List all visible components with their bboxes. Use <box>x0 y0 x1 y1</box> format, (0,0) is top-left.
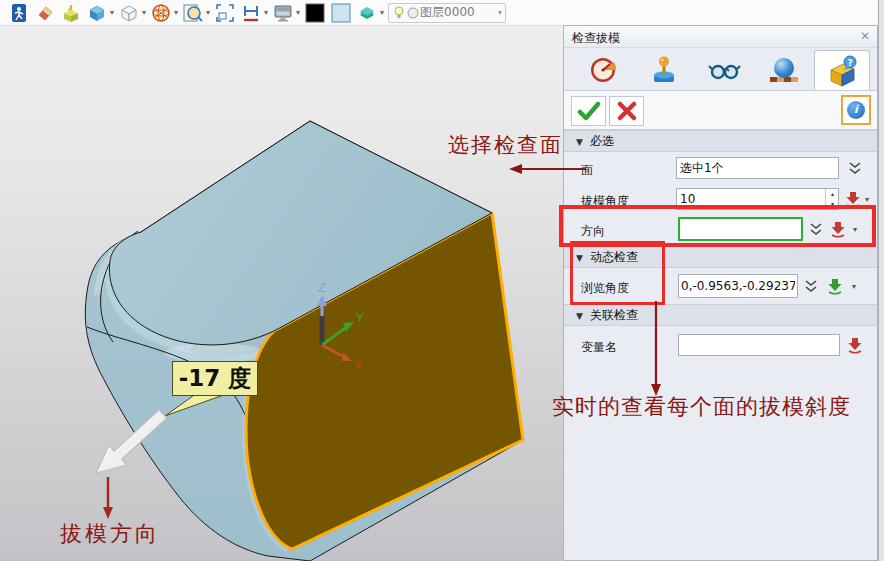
chevron-down-icon[interactable]: ▾ <box>498 8 502 17</box>
caret-icon[interactable]: ▾ <box>206 8 210 17</box>
section-associated[interactable]: ▼关联检查 <box>564 304 877 326</box>
caret-icon[interactable]: ▾ <box>110 8 114 17</box>
x-icon <box>616 100 638 122</box>
caret-icon[interactable]: ▾ <box>142 8 146 17</box>
direction-row: 方向 ▾ <box>564 215 877 245</box>
sphere-icon <box>768 54 800 86</box>
display-monitor-icon[interactable] <box>272 2 294 24</box>
browse-angle-label: 浏览角度 <box>581 280 629 297</box>
double-chevron-icon[interactable] <box>802 279 820 295</box>
angle-spinner[interactable]: ▴ ▾ <box>825 189 839 209</box>
caret-icon[interactable]: ▾ <box>174 8 178 17</box>
axis-z-label: Z <box>318 280 327 295</box>
collapse-icon: ▼ <box>576 253 583 263</box>
section-dynamic[interactable]: ▼动态检查 <box>564 246 877 268</box>
spinner-up-icon[interactable]: ▴ <box>826 189 839 199</box>
double-chevron-icon[interactable] <box>807 222 825 238</box>
angle-callout: -17 度 <box>172 361 258 396</box>
tab-gauge[interactable] <box>576 50 632 90</box>
tab-draft-check[interactable]: ? <box>814 50 870 90</box>
double-chevron-icon[interactable] <box>846 161 864 177</box>
panel-title: 检查拔模 <box>564 26 877 48</box>
zoom-window-icon[interactable] <box>214 2 236 24</box>
section-associated-title: 关联检查 <box>590 308 638 322</box>
browse-angle-row: 浏览角度 ▾ <box>564 272 877 302</box>
shaded-cube-icon[interactable] <box>86 2 108 24</box>
measure-icon[interactable] <box>240 2 262 24</box>
tab-glasses[interactable] <box>696 50 752 90</box>
section-dynamic-title: 动态检查 <box>590 250 638 264</box>
variable-name-row: 变量名 <box>564 331 877 361</box>
eraser-icon[interactable] <box>34 2 56 24</box>
section-required-title: 必选 <box>590 134 614 148</box>
caret-icon[interactable]: ▾ <box>380 8 384 17</box>
draft-angle-input[interactable] <box>676 188 839 210</box>
draft-check-panel: 检查拔模 ✕ ? i ▼必选 面 <box>563 25 878 561</box>
face-input[interactable] <box>676 157 839 179</box>
panel-tabs: ? <box>564 48 877 90</box>
draft-angle-label: 拔模角度 <box>581 193 629 210</box>
variable-name-input[interactable] <box>678 334 840 356</box>
collapse-icon: ▼ <box>576 137 583 147</box>
face-label: 面 <box>581 162 593 179</box>
direction-input[interactable] <box>678 217 803 241</box>
3d-scene: Z Y X <box>0 0 563 561</box>
caret-icon[interactable]: ▾ <box>852 282 856 291</box>
layer-combo[interactable]: 图层0000 ▾ <box>388 3 506 23</box>
zoom-circle-icon[interactable] <box>182 2 204 24</box>
glasses-icon <box>707 54 741 86</box>
layer-stack-icon[interactable] <box>356 2 378 24</box>
caret-icon[interactable]: ▾ <box>853 225 857 234</box>
gauge-icon <box>588 54 620 86</box>
joystick-icon <box>648 54 680 86</box>
import-value-icon-red[interactable] <box>846 336 864 354</box>
wireframe-cube-icon[interactable] <box>118 2 140 24</box>
axis-x-label: X <box>354 358 363 373</box>
wireframe-sphere-icon[interactable] <box>150 2 172 24</box>
close-icon[interactable]: ✕ <box>860 29 870 43</box>
tab-sphere[interactable] <box>756 50 812 90</box>
caret-icon[interactable]: ▾ <box>865 195 869 204</box>
axis-y-label: Y <box>355 310 364 325</box>
tab-joystick[interactable] <box>636 50 692 90</box>
window-edge <box>878 0 884 561</box>
panel-button-row: i <box>564 90 877 130</box>
walk-person-icon[interactable] <box>8 2 30 24</box>
import-value-icon-red[interactable] <box>844 190 862 208</box>
black-swatch[interactable] <box>304 2 326 24</box>
spinner-down-icon[interactable]: ▾ <box>826 199 839 209</box>
ok-button[interactable] <box>571 96 606 126</box>
blue-swatch[interactable] <box>330 2 352 24</box>
circle-icon <box>406 5 420 21</box>
direction-label: 方向 <box>581 223 605 240</box>
import-value-icon-green[interactable] <box>826 277 844 295</box>
draft-angle-row: 拔模角度 ▴ ▾ ▾ <box>564 185 877 215</box>
collapse-icon: ▼ <box>576 311 583 321</box>
cad-app-window: { "glyphs": {"caret":"▾","spinner_up":"▴… <box>0 0 884 561</box>
face-row: 面 <box>564 154 877 184</box>
draft-direction-pointer <box>103 477 113 519</box>
browse-angle-input[interactable] <box>678 274 798 298</box>
info-button[interactable]: i <box>841 95 871 125</box>
caret-icon[interactable]: ▾ <box>264 8 268 17</box>
import-value-icon-red[interactable] <box>829 220 847 238</box>
check-icon <box>577 100 601 122</box>
draft-check-icon: ? <box>825 54 859 88</box>
variable-name-label: 变量名 <box>581 339 617 356</box>
main-toolbar: ▾ ▾ ▾ ▾ ▾ ▾ ▾ 图层0000 ▾ <box>0 0 884 26</box>
bulb-icon <box>392 5 406 21</box>
sheen <box>165 343 265 363</box>
layer-combo-value: 图层0000 <box>420 4 498 21</box>
caret-icon[interactable]: ▾ <box>296 8 300 17</box>
info-icon: i <box>847 101 865 119</box>
section-required[interactable]: ▼必选 <box>564 130 877 152</box>
cancel-button[interactable] <box>609 96 644 126</box>
extrude-box-icon[interactable] <box>60 2 82 24</box>
svg-text:?: ? <box>847 57 852 67</box>
